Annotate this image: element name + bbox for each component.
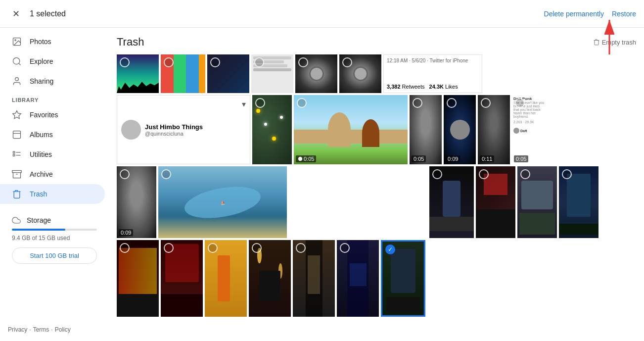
photo-thumb[interactable]: [161, 54, 205, 93]
svg-rect-9: [13, 151, 15, 153]
select-circle: [120, 169, 130, 179]
sidebar-item-favorites[interactable]: Favorites: [0, 105, 105, 125]
photo-thumb[interactable]: [117, 240, 159, 317]
photo-thumb[interactable]: [205, 240, 247, 317]
photo-thumb[interactable]: 0:09: [117, 166, 156, 238]
photo-thumb[interactable]: [161, 240, 203, 317]
select-circle: [296, 243, 306, 253]
select-circle: [255, 98, 265, 108]
main-content: Trash Empty trash: [109, 28, 644, 341]
photo-row-2: Just Himbo Things @quinnscicluna ▾: [117, 95, 636, 164]
select-circle: [432, 169, 442, 179]
sidebar-item-explore[interactable]: Explore: [0, 51, 105, 71]
photo-thumb[interactable]: [339, 54, 381, 93]
sidebar-item-utilities-label: Utilities: [30, 150, 52, 158]
sidebar-item-albums[interactable]: Albums: [0, 125, 105, 145]
sidebar-item-photos[interactable]: Photos: [0, 32, 105, 51]
photo-thumb[interactable]: Daft Punk She doesn't like you bro She j…: [512, 95, 547, 164]
photo-thumb[interactable]: 0:11: [478, 95, 510, 164]
terms-link[interactable]: Terms: [33, 326, 49, 333]
photo-thumb[interactable]: [476, 166, 515, 238]
photo-thumb[interactable]: ⛵: [158, 166, 287, 238]
select-circle: [120, 243, 130, 253]
duration-badge: 0:11: [480, 155, 494, 162]
footer-links: Privacy · Terms · Policy: [8, 326, 71, 333]
sidebar-item-utilities[interactable]: Utilities: [0, 145, 105, 164]
select-circle: [161, 169, 171, 179]
select-circle: [481, 98, 491, 108]
duration-badge: 0:09: [446, 155, 460, 162]
svg-point-4: [13, 58, 20, 64]
photo-thumb[interactable]: [559, 166, 598, 238]
svg-rect-8: [13, 131, 21, 139]
sidebar-item-sharing[interactable]: Sharing: [0, 71, 105, 91]
select-circle: [413, 98, 422, 108]
explore-icon: [12, 56, 22, 66]
photo-thumb[interactable]: [249, 240, 291, 317]
photo-thumb[interactable]: [337, 240, 379, 317]
svg-point-6: [15, 78, 19, 81]
close-button[interactable]: ✕: [8, 6, 24, 22]
empty-trash-button[interactable]: Empty trash: [593, 39, 636, 46]
storage-label: Storage: [12, 216, 97, 225]
sidebar-item-archive-label: Archive: [30, 170, 53, 178]
topbar: ✕ 1 selected Delete permanently Restore: [0, 0, 644, 28]
sidebar-item-trash-label: Trash: [30, 190, 47, 198]
svg-rect-11: [13, 154, 15, 156]
restore-button[interactable]: Restore: [612, 10, 636, 18]
empty-trash-icon: [593, 39, 600, 46]
photo-thumb[interactable]: 0:09: [444, 95, 476, 164]
photo-thumb[interactable]: [117, 54, 159, 93]
delete-permanently-button[interactable]: Delete permanently: [544, 10, 604, 18]
blank-area: [289, 166, 427, 238]
page-title: Trash: [117, 36, 144, 49]
svg-line-5: [19, 63, 21, 65]
photo-thumb[interactable]: [517, 166, 557, 238]
duration-badge: 0:05: [412, 155, 426, 162]
empty-trash-label: Empty trash: [602, 39, 636, 46]
sidebar-item-albums-label: Albums: [30, 131, 53, 139]
duration-badge: 0:09: [119, 229, 133, 236]
photo-thumb[interactable]: 0:05: [294, 95, 408, 164]
photo-thumb[interactable]: [207, 54, 249, 93]
trash-icon: [12, 189, 22, 199]
sidebar-item-photos-label: Photos: [30, 38, 51, 46]
twitter-user-panel[interactable]: Just Himbo Things @quinnscicluna ▾: [117, 95, 250, 164]
sidebar-item-trash[interactable]: Trash: [0, 184, 105, 204]
storage-bar-fill: [12, 229, 65, 231]
photo-thumb[interactable]: 0:05: [410, 95, 442, 164]
select-circle: [515, 98, 525, 108]
privacy-link[interactable]: Privacy: [8, 326, 27, 333]
photo-thumb-selected[interactable]: [381, 240, 425, 317]
photo-thumb[interactable]: [293, 240, 335, 317]
select-circle: [252, 243, 262, 253]
sidebar-item-sharing-label: Sharing: [30, 77, 53, 85]
select-circle: [298, 57, 308, 67]
select-circle: [164, 243, 174, 253]
select-circle: [520, 169, 530, 179]
select-circle: [340, 243, 350, 253]
photo-row-1: 12:18 AM · 5/6/20 · Twitter for iPhone 3…: [117, 54, 636, 93]
library-section-label: LIBRARY: [0, 91, 109, 105]
photo-row-4: [117, 240, 636, 317]
photos-icon: [12, 37, 22, 47]
select-circle: [120, 57, 130, 67]
utilities-icon: [12, 149, 22, 159]
archive-icon: [12, 169, 22, 179]
twitter-card-thumb[interactable]: 12:18 AM · 5/6/20 · Twitter for iPhone 3…: [383, 54, 482, 93]
cloud-icon: [12, 216, 21, 225]
policy-link[interactable]: Policy: [55, 326, 71, 333]
photo-thumb[interactable]: [295, 54, 337, 93]
photo-thumb[interactable]: [429, 166, 474, 238]
trial-button[interactable]: Start 100 GB trial: [12, 247, 97, 264]
duration-badge: 0:05: [514, 155, 528, 162]
photo-thumb[interactable]: [251, 54, 293, 93]
photo-thumb[interactable]: [252, 95, 292, 164]
select-circle: [342, 57, 352, 67]
sidebar-item-archive[interactable]: Archive: [0, 164, 105, 184]
sidebar-item-explore-label: Explore: [30, 57, 53, 65]
select-circle: [164, 57, 174, 67]
dot2: ·: [51, 326, 52, 333]
sidebar-item-favorites-label: Favorites: [30, 111, 58, 119]
storage-bar: [12, 229, 97, 231]
